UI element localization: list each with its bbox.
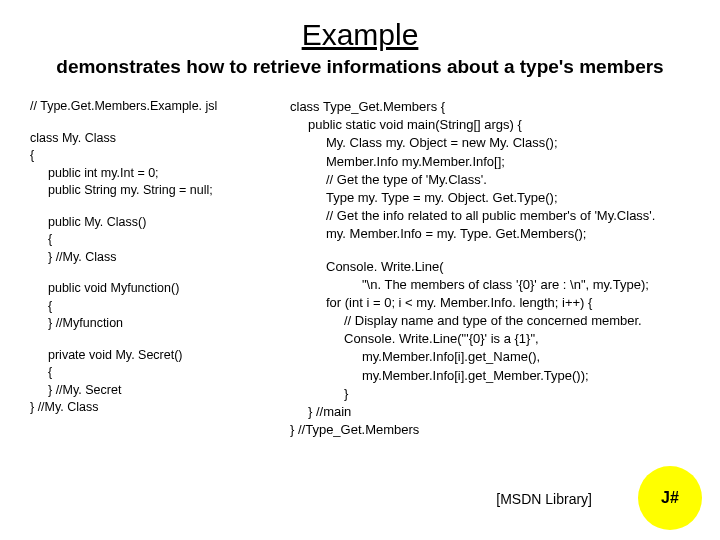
code-line: { bbox=[30, 147, 290, 165]
code-line: } //My. Class bbox=[30, 249, 290, 267]
code-line: } //My. Secret bbox=[30, 382, 290, 400]
code-line: } bbox=[290, 385, 710, 403]
code-line: my.Member.Info[i].get_Name(), bbox=[290, 348, 710, 366]
code-line: { bbox=[30, 298, 290, 316]
code-line: { bbox=[30, 231, 290, 249]
code-line: public void Myfunction() bbox=[30, 280, 290, 298]
code-line: public int my.Int = 0; bbox=[30, 165, 290, 183]
code-line: } //My. Class bbox=[30, 399, 290, 417]
code-line: public String my. String = null; bbox=[30, 182, 290, 200]
content-area: // Type.Get.Members.Example. jsl class M… bbox=[0, 78, 720, 439]
code-line: my. Member.Info = my. Type. Get.Members(… bbox=[290, 225, 710, 243]
msdn-library-label: [MSDN Library] bbox=[496, 491, 592, 507]
code-line: for (int i = 0; i < my. Member.Info. len… bbox=[290, 294, 710, 312]
code-line: class Type_Get.Members { bbox=[290, 98, 710, 116]
code-line: // Get the type of 'My.Class'. bbox=[290, 171, 710, 189]
code-line: Console. Write.Line( bbox=[290, 258, 710, 276]
right-code-column: class Type_Get.Members { public static v… bbox=[290, 98, 710, 439]
code-line: private void My. Secret() bbox=[30, 347, 290, 365]
code-line: public My. Class() bbox=[30, 214, 290, 232]
code-line: } //main bbox=[290, 403, 710, 421]
left-code-column: // Type.Get.Members.Example. jsl class M… bbox=[30, 98, 290, 439]
page-subtitle: demonstrates how to retrieve information… bbox=[0, 52, 720, 78]
code-line: // Get the info related to all public me… bbox=[290, 207, 710, 225]
code-line: public static void main(String[] args) { bbox=[290, 116, 710, 134]
code-line: } //Type_Get.Members bbox=[290, 421, 710, 439]
code-line: // Type.Get.Members.Example. jsl bbox=[30, 98, 290, 116]
code-line: class My. Class bbox=[30, 130, 290, 148]
page-title: Example bbox=[0, 0, 720, 52]
code-line: Console. Write.Line("'{0}' is a {1}", bbox=[290, 330, 710, 348]
code-line: Member.Info my.Member.Info[]; bbox=[290, 153, 710, 171]
code-line: Type my. Type = my. Object. Get.Type(); bbox=[290, 189, 710, 207]
code-line: my.Member.Info[i].get_Member.Type()); bbox=[290, 367, 710, 385]
code-line: "\n. The members of class '{0}' are : \n… bbox=[290, 276, 710, 294]
code-line: } //Myfunction bbox=[30, 315, 290, 333]
code-line: // Display name and type of the concerne… bbox=[290, 312, 710, 330]
code-line: My. Class my. Object = new My. Class(); bbox=[290, 134, 710, 152]
jsharp-badge: J# bbox=[638, 466, 702, 530]
code-line: { bbox=[30, 364, 290, 382]
